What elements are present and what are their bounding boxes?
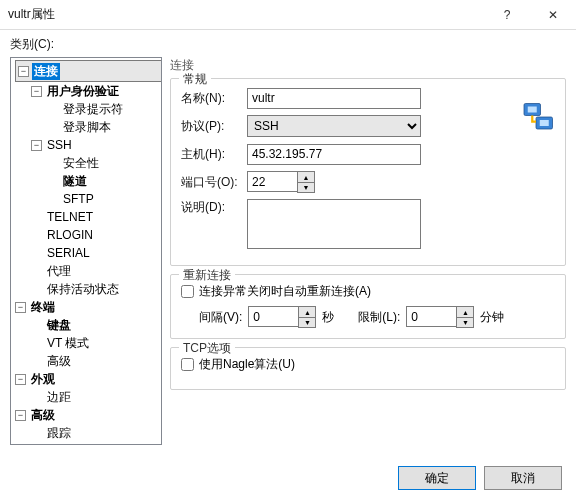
category-tree[interactable]: −连接 −用户身份验证 登录提示符 登录脚本 −SSH 安	[10, 57, 162, 445]
seconds-label: 秒	[322, 309, 334, 326]
protocol-select[interactable]: SSH	[247, 115, 421, 137]
spin-up-icon[interactable]: ▲	[298, 172, 314, 182]
collapse-icon[interactable]: −	[31, 86, 42, 97]
spin-up-icon[interactable]: ▲	[457, 307, 473, 317]
tree-item-connection[interactable]: −连接	[15, 60, 162, 82]
window-title: vultr属性	[8, 6, 484, 23]
label-host: 主机(H):	[181, 146, 247, 163]
desc-textarea[interactable]	[247, 199, 421, 249]
label-port: 端口号(O):	[181, 174, 247, 191]
group-tcp: TCP选项 使用Nagle算法(U)	[170, 347, 566, 390]
port-spinner[interactable]: ▲▼	[247, 171, 315, 193]
collapse-icon[interactable]: −	[31, 140, 42, 151]
tree-item-ssh[interactable]: −SSH	[31, 136, 159, 154]
nagle-checkbox[interactable]	[181, 358, 194, 371]
spin-down-icon[interactable]: ▼	[298, 182, 314, 192]
limit-input[interactable]	[406, 306, 456, 327]
tree-item-telnet[interactable]: TELNET	[31, 208, 159, 226]
group-legend-tcp: TCP选项	[179, 340, 235, 357]
collapse-icon[interactable]: −	[15, 374, 26, 385]
tree-item-serial[interactable]: SERIAL	[31, 244, 159, 262]
tree-item-tunnel[interactable]: 隧道	[47, 172, 159, 190]
cancel-button[interactable]: 取消	[484, 466, 562, 490]
tree-item-term-advanced[interactable]: 高级	[31, 352, 159, 370]
close-icon: ✕	[548, 8, 558, 22]
tree-item-trace[interactable]: 跟踪	[31, 424, 159, 442]
tree-item-keyboard[interactable]: 键盘	[31, 316, 159, 334]
help-icon: ?	[504, 8, 511, 22]
tree-item-keepalive[interactable]: 保持活动状态	[31, 280, 159, 298]
name-input[interactable]	[247, 88, 421, 109]
nagle-label: 使用Nagle算法(U)	[199, 356, 295, 373]
host-input[interactable]	[247, 144, 421, 165]
svg-rect-2	[528, 107, 537, 113]
category-label: 类别(C):	[10, 36, 566, 53]
tree-item-sftp[interactable]: SFTP	[47, 190, 159, 208]
auto-reconnect-label: 连接异常关闭时自动重新连接(A)	[199, 283, 371, 300]
tree-item-rlogin[interactable]: RLOGIN	[31, 226, 159, 244]
group-legend-general: 常规	[179, 71, 211, 88]
group-general: 常规 名称(N): 协议(P): SSH 主机(H): 端口号(O):	[170, 78, 566, 266]
tree-item-login-script[interactable]: 登录脚本	[47, 118, 159, 136]
ok-button[interactable]: 确定	[398, 466, 476, 490]
tree-item-advanced[interactable]: −高级	[15, 406, 159, 424]
collapse-icon[interactable]: −	[15, 302, 26, 313]
help-button[interactable]: ?	[484, 0, 530, 30]
group-legend-reconnect: 重新连接	[179, 267, 235, 284]
tree-item-proxy[interactable]: 代理	[31, 262, 159, 280]
tree-item-login-prompt[interactable]: 登录提示符	[47, 100, 159, 118]
tree-item-vtmode[interactable]: VT 模式	[31, 334, 159, 352]
label-name: 名称(N):	[181, 90, 247, 107]
auto-reconnect-checkbox[interactable]	[181, 285, 194, 298]
tree-item-terminal[interactable]: −终端	[15, 298, 159, 316]
label-protocol: 协议(P):	[181, 118, 247, 135]
label-desc: 说明(D):	[181, 199, 247, 216]
interval-spinner[interactable]: ▲▼	[248, 306, 316, 328]
network-icon	[521, 99, 557, 135]
group-reconnect: 重新连接 连接异常关闭时自动重新连接(A) 间隔(V): ▲▼ 秒 限制(L):	[170, 274, 566, 339]
close-button[interactable]: ✕	[530, 0, 576, 30]
spin-down-icon[interactable]: ▼	[457, 317, 473, 327]
interval-input[interactable]	[248, 306, 298, 327]
titlebar: vultr属性 ? ✕	[0, 0, 576, 30]
svg-rect-3	[540, 120, 549, 126]
limit-spinner[interactable]: ▲▼	[406, 306, 474, 328]
tree-item-margins[interactable]: 边距	[31, 388, 159, 406]
spin-down-icon[interactable]: ▼	[299, 317, 315, 327]
minutes-label: 分钟	[480, 309, 504, 326]
collapse-icon[interactable]: −	[18, 66, 29, 77]
tree-item-logging[interactable]: 日志记录	[31, 442, 159, 445]
tree-item-appearance[interactable]: −外观	[15, 370, 159, 388]
port-input[interactable]	[247, 171, 297, 192]
section-title: 连接	[170, 57, 566, 74]
label-limit: 限制(L):	[358, 309, 400, 326]
tree-item-auth[interactable]: −用户身份验证	[31, 82, 159, 100]
label-interval: 间隔(V):	[199, 309, 242, 326]
tree-item-security[interactable]: 安全性	[47, 154, 159, 172]
collapse-icon[interactable]: −	[15, 410, 26, 421]
spin-up-icon[interactable]: ▲	[299, 307, 315, 317]
